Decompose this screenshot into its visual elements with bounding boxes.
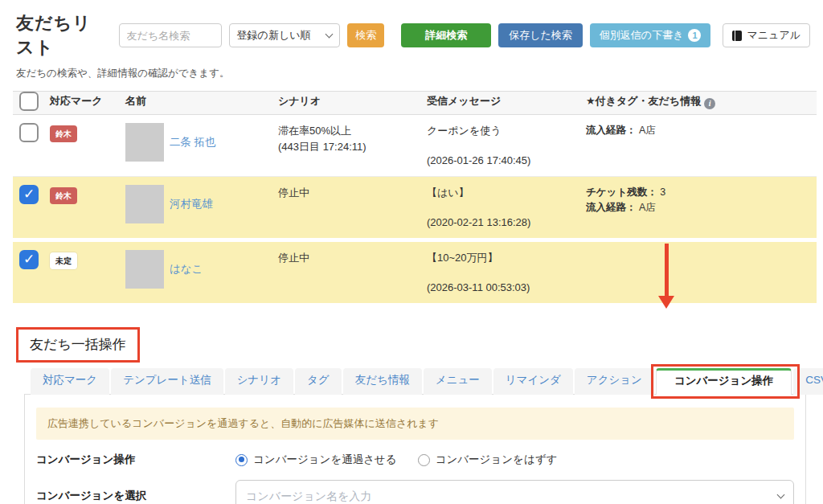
radio-remove-label: コンバージョンをはずす bbox=[436, 453, 558, 467]
radio-remove-conversion[interactable]: コンバージョンをはずす bbox=[418, 453, 558, 467]
conversion-select[interactable] bbox=[235, 480, 794, 504]
tab-action[interactable]: アクション bbox=[575, 368, 654, 395]
page-subtitle: 友だちの検索や、詳細情報の確認ができます。 bbox=[0, 59, 823, 80]
sort-order-value: 登録の新しい順 bbox=[237, 28, 311, 43]
table-row: 鈴木 二条 拓也 滞在率50%以上 (443日目 17:24:11) クーポンを… bbox=[13, 115, 817, 177]
avatar bbox=[125, 250, 164, 289]
row-checkbox[interactable] bbox=[19, 250, 39, 269]
conversion-operation-radios: コンバージョンを通過させる コンバージョンをはずす bbox=[235, 453, 557, 467]
tab-conversion-wrap: コンバージョン操作 bbox=[656, 368, 792, 395]
scenario-text: 停止中 bbox=[278, 185, 424, 201]
status-badge: 未定 bbox=[50, 252, 77, 269]
tab-scenario[interactable]: シナリオ bbox=[225, 368, 293, 395]
page-title: 友だちリスト bbox=[16, 11, 107, 59]
conversion-select-row: コンバージョンを選択 bbox=[36, 480, 794, 504]
status-badge: 鈴木 bbox=[50, 187, 77, 204]
select-all-checkbox[interactable] bbox=[19, 92, 39, 111]
received-message-time: (2026-03-11 00:53:03) bbox=[427, 280, 583, 296]
friend-name-search-input[interactable] bbox=[119, 23, 222, 47]
tab-conversion[interactable]: コンバージョン操作 bbox=[656, 368, 792, 395]
column-header-tags: ★付きタグ・友だち情報i bbox=[586, 93, 817, 117]
friend-name-link[interactable]: はなこ bbox=[170, 261, 203, 277]
manual-label: マニュアル bbox=[747, 28, 800, 43]
conversion-name-input[interactable] bbox=[246, 490, 778, 502]
column-header-message: 受信メッセージ bbox=[427, 93, 586, 117]
received-message: 【はい】 bbox=[427, 185, 583, 201]
draft-count-badge: 1 bbox=[688, 29, 701, 42]
radio-pass-label: コンバージョンを通過させる bbox=[253, 453, 397, 467]
chevron-down-icon bbox=[326, 30, 334, 38]
chevron-down-icon bbox=[777, 490, 785, 498]
info-icon[interactable]: i bbox=[704, 98, 715, 109]
received-message-time: (2020-02-21 13:16:28) bbox=[427, 215, 583, 231]
bulk-operation-title-annotation: 友だち一括操作 bbox=[16, 327, 140, 363]
radio-unselected-icon bbox=[418, 454, 430, 466]
sort-order-select[interactable]: 登録の新しい順 bbox=[229, 23, 341, 47]
tag-line: 流入経路： A店 bbox=[586, 200, 813, 215]
tab-friend-info[interactable]: 友だち情報 bbox=[343, 368, 422, 395]
scenario-text: 停止中 bbox=[278, 250, 424, 266]
table-row: 未定 はなこ 停止中 【10~20万円】 (2026-03-11 00:53:0… bbox=[13, 242, 817, 303]
conversion-operation-label: コンバージョン操作 bbox=[36, 453, 235, 467]
received-message: 【10~20万円】 bbox=[427, 250, 583, 266]
friend-list-page: 友だちリスト 登録の新しい順 検索 詳細検索 保存した検索 個別返信の下書き 1… bbox=[0, 0, 823, 504]
top-toolbar: 友だちリスト 登録の新しい順 検索 詳細検索 保存した検索 個別返信の下書き 1… bbox=[0, 0, 823, 59]
conversion-select-label: コンバージョンを選択 bbox=[36, 489, 235, 503]
bulk-operation-title: 友だち一括操作 bbox=[30, 335, 126, 354]
received-message: クーポンを使う bbox=[427, 123, 583, 139]
avatar bbox=[125, 123, 164, 162]
ad-link-notice: 広告連携しているコンバージョンを通過すると、自動的に広告媒体に送信されます bbox=[36, 408, 794, 440]
tag-line: 流入経路： A店 bbox=[586, 123, 813, 138]
column-header-name: 名前 bbox=[125, 93, 278, 117]
friend-name-link[interactable]: 河村竜雄 bbox=[170, 196, 213, 212]
bulk-operation-tabs: 対応マーク テンプレート送信 シナリオ タグ 友だち情報 メニュー リマインダ … bbox=[31, 368, 823, 395]
tab-menu[interactable]: メニュー bbox=[424, 368, 492, 395]
status-badge: 鈴木 bbox=[50, 125, 77, 142]
row-checkbox[interactable] bbox=[19, 123, 39, 142]
tab-reminder[interactable]: リマインダ bbox=[493, 368, 573, 395]
scenario-text: 滞在率50%以上 bbox=[278, 123, 424, 139]
column-header-mark: 対応マーク bbox=[50, 93, 125, 117]
search-button[interactable]: 検索 bbox=[347, 23, 384, 47]
tag-line: チケット残数： 3 bbox=[586, 185, 813, 200]
row-checkbox[interactable] bbox=[19, 185, 39, 204]
saved-search-button[interactable]: 保存した検索 bbox=[498, 23, 583, 47]
scenario-detail: (443日目 17:24:11) bbox=[278, 139, 424, 155]
tab-template-send[interactable]: テンプレート送信 bbox=[111, 368, 223, 395]
table-header-row: 対応マーク 名前 シナリオ 受信メッセージ ★付きタグ・友だち情報i bbox=[13, 91, 817, 115]
table-row: 鈴木 河村竜雄 停止中 【はい】 (2020-02-21 13:16:28) チ… bbox=[13, 177, 817, 238]
friend-name-link[interactable]: 二条 拓也 bbox=[170, 134, 216, 150]
manual-button[interactable]: マニュアル bbox=[723, 23, 810, 47]
tab-mark[interactable]: 対応マーク bbox=[31, 368, 109, 395]
received-message-time: (2026-01-26 17:40:45) bbox=[427, 153, 583, 169]
radio-pass-conversion[interactable]: コンバージョンを通過させる bbox=[235, 453, 397, 467]
avatar bbox=[125, 185, 164, 223]
manual-book-icon bbox=[732, 31, 742, 41]
draft-replies-button[interactable]: 個別返信の下書き 1 bbox=[590, 23, 711, 47]
conversion-panel: 広告連携しているコンバージョンを通過すると、自動的に広告媒体に送信されます コン… bbox=[24, 394, 806, 504]
column-header-scenario: シナリオ bbox=[278, 93, 427, 117]
tab-tag[interactable]: タグ bbox=[295, 368, 342, 395]
radio-selected-icon bbox=[235, 454, 248, 466]
advanced-search-button[interactable]: 詳細検索 bbox=[401, 23, 491, 47]
conversion-operation-row: コンバージョン操作 コンバージョンを通過させる コンバージョンをはずす bbox=[36, 453, 794, 467]
draft-replies-label: 個別返信の下書き bbox=[600, 28, 684, 43]
tab-csv[interactable]: CSV操作 bbox=[793, 368, 823, 395]
friend-table: 対応マーク 名前 シナリオ 受信メッセージ ★付きタグ・友だち情報i 鈴木 二条… bbox=[13, 91, 817, 303]
